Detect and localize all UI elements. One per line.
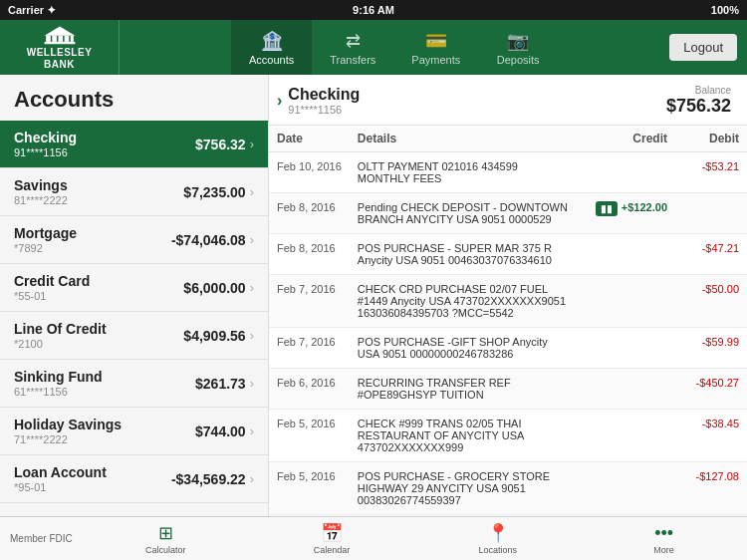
svg-rect-0: [46, 35, 51, 41]
transaction-details: CHECK #999 TRANS 02/05 THAI RESTAURANT O…: [350, 410, 579, 462]
account-balance: $744.00: [195, 423, 246, 439]
date-header: Date: [269, 126, 350, 152]
table-row: Feb 8, 2016 POS PURCHASE - SUPER MAR 375…: [269, 234, 747, 275]
account-item-lineofcredit[interactable]: Line Of Credit *2100 $4,909.56 ›: [0, 312, 268, 360]
transaction-credit: [579, 234, 675, 275]
account-info: Line Of Credit *2100: [14, 321, 183, 350]
payments-icon: 💳: [425, 30, 447, 52]
svg-rect-4: [70, 35, 73, 41]
account-item-mortgage[interactable]: Mortgage *7892 -$74,046.08 ›: [0, 216, 268, 264]
transaction-details: CHECK CRD PURCHASE 02/02 FUEL #1438 ANYC…: [350, 515, 579, 517]
account-name: Holiday Savings: [14, 417, 195, 432]
account-balance: -$34,569.22: [171, 471, 246, 487]
status-bar: Carrier ✦ 9:16 AM 100%: [0, 0, 747, 20]
transaction-debit: -$38.45: [675, 410, 747, 462]
account-balance: $261.73: [195, 376, 246, 392]
transaction-debit: -$127.08: [675, 462, 747, 515]
bank-building-icon: [44, 25, 76, 45]
transaction-debit: -$35.00: [675, 515, 747, 517]
transaction-details: POS PURCHASE - GROCERY STORE HIGHWAY 29 …: [350, 462, 579, 515]
transaction-details: POS PURCHASE -GIFT SHOP Anycity USA 9051…: [350, 328, 579, 369]
table-row: Feb 7, 2016 POS PURCHASE -GIFT SHOP Anyc…: [269, 328, 747, 369]
chevron-right-icon: ›: [250, 280, 254, 295]
transaction-debit: [675, 193, 747, 234]
transaction-debit: -$450.27: [675, 369, 747, 410]
bottom-tab-calculator[interactable]: ⊞ Calculator: [83, 517, 249, 560]
transaction-credit: [579, 152, 675, 193]
svg-rect-1: [52, 35, 57, 41]
bank-logo: WELLESLEYBANK: [0, 20, 120, 75]
account-item-sinkingfund[interactable]: Sinking Fund 61****1156 $261.73 ›: [0, 360, 268, 408]
main-layout: Accounts Checking 91****1156 $756.32 › S…: [0, 75, 747, 516]
account-item-checking[interactable]: Checking 91****1156 $756.32 ›: [0, 121, 268, 168]
transaction-details: CHECK CRD PURCHASE 02/07 FUEL #1449 Anyc…: [350, 275, 579, 328]
content-header: › Checking 91****1156 Balance $756.32: [269, 75, 747, 126]
bottom-bar: Member FDIC ⊞ Calculator 📅 Calendar 📍 Lo…: [0, 516, 747, 560]
transaction-debit: -$50.00: [675, 275, 747, 328]
bank-name: WELLESLEYBANK: [27, 47, 93, 71]
logout-button[interactable]: Logout: [669, 34, 737, 61]
bottom-tab-calendar[interactable]: 📅 Calendar: [249, 517, 415, 560]
account-number: 71****2222: [14, 433, 195, 445]
transaction-details: POS PURCHASE - SUPER MAR 375 R Anycity U…: [350, 234, 579, 275]
deposits-icon: 📷: [507, 30, 529, 52]
bottom-tab-locations[interactable]: 📍 Locations: [414, 517, 581, 560]
member-fdic-text: Member FDIC: [0, 533, 83, 544]
svg-rect-3: [64, 35, 69, 41]
bottom-tab-more[interactable]: ••• More: [581, 517, 747, 560]
account-info: Sinking Fund 61****1156: [14, 369, 195, 398]
account-number: 91****1156: [14, 146, 195, 158]
account-number: *95-01: [14, 481, 171, 493]
balance-amount: $756.32: [666, 96, 731, 117]
tab-transfers[interactable]: ⇄ Transfers: [312, 20, 393, 75]
deposit-badge: ▮▮: [596, 201, 618, 216]
transaction-credit: [579, 462, 675, 515]
details-header: Details: [350, 126, 579, 152]
accounts-icon: 🏦: [261, 30, 283, 52]
account-list: Checking 91****1156 $756.32 › Savings 81…: [0, 121, 268, 516]
account-balance: $756.32: [195, 137, 246, 152]
content-account-number: 91****1156: [288, 104, 360, 116]
account-item-holidaysavings[interactable]: Holiday Savings 71****2222 $744.00 ›: [0, 408, 268, 455]
transaction-date: Feb 2, 2016: [269, 515, 350, 517]
tab-deposits[interactable]: 📷 Deposits: [478, 20, 558, 75]
tab-payments[interactable]: 💳 Payments: [393, 20, 478, 75]
content-panel: › Checking 91****1156 Balance $756.32 Da…: [269, 75, 747, 516]
transaction-credit: [579, 410, 675, 462]
transaction-debit: -$53.21: [675, 152, 747, 193]
transaction-credit: ▮▮+$122.00: [579, 193, 675, 234]
transaction-credit: [579, 369, 675, 410]
chevron-right-icon: ›: [250, 232, 254, 247]
transaction-date: Feb 6, 2016: [269, 369, 350, 410]
calculator-icon: ⊞: [158, 522, 173, 544]
transaction-date: Feb 8, 2016: [269, 193, 350, 234]
chevron-right-icon: ›: [250, 423, 254, 438]
chevron-right-icon: ›: [250, 328, 254, 343]
table-row: Feb 7, 2016 CHECK CRD PURCHASE 02/07 FUE…: [269, 275, 747, 328]
table-row: Feb 8, 2016 Pending CHECK DEPOSIT - DOWN…: [269, 193, 747, 234]
transaction-date: Feb 7, 2016: [269, 275, 350, 328]
account-name: Credit Card: [14, 273, 183, 289]
account-number: 81****2222: [14, 194, 183, 206]
account-name: Loan Account: [14, 464, 171, 480]
account-item-savings[interactable]: Savings 81****2222 $7,235.00 ›: [0, 168, 268, 216]
transaction-details: OLTT PAYMENT 021016 434599 MONTHLY FEES: [350, 152, 579, 193]
calendar-icon: 📅: [321, 522, 343, 544]
account-item-creditcard[interactable]: Credit Card *55-01 $6,000.00 ›: [0, 264, 268, 312]
transaction-debit: -$47.21: [675, 234, 747, 275]
account-item-loanaccount[interactable]: Loan Account *95-01 -$34,569.22 ›: [0, 455, 268, 503]
account-info: Credit Card *55-01: [14, 273, 183, 302]
chevron-right-icon: ›: [250, 376, 254, 391]
chevron-right-icon: ›: [250, 184, 254, 199]
tab-accounts[interactable]: 🏦 Accounts: [231, 20, 312, 75]
carrier-text: Carrier ✦: [8, 4, 56, 17]
table-row: Feb 6, 2016 RECURRING TRANSFER REF #OPE8…: [269, 369, 747, 410]
transaction-debit: -$59.99: [675, 328, 747, 369]
expand-chevron-icon[interactable]: ›: [277, 92, 282, 110]
account-balance: $6,000.00: [183, 280, 245, 296]
time-text: 9:16 AM: [353, 4, 394, 16]
account-info: Holiday Savings 71****2222: [14, 417, 195, 445]
transaction-date: Feb 5, 2016: [269, 410, 350, 462]
transaction-details: RECURRING TRANSFER REF #OPE89GHSYP TUITI…: [350, 369, 579, 410]
table-row: Feb 10, 2016 OLTT PAYMENT 021016 434599 …: [269, 152, 747, 193]
